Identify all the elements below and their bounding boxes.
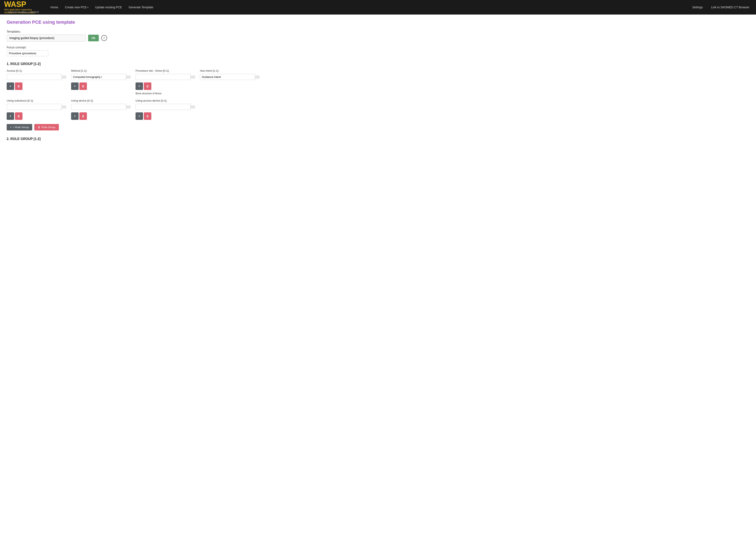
field-access-btns: + 🗑 bbox=[7, 83, 66, 90]
role-group-1-actions: + + Role Group 🗑 Role Group bbox=[7, 124, 259, 130]
info-icon[interactable]: i bbox=[101, 35, 107, 41]
trash-icon: 🗑 bbox=[38, 126, 40, 129]
field-using-device-add-btn[interactable]: + bbox=[71, 113, 79, 120]
role-group-1: 1. ROLE GROUP [1-2] Access [0-1]: + 🗑 Me… bbox=[7, 62, 259, 130]
nav-link-snomed[interactable]: Link to SNOMED CT Browser bbox=[709, 4, 752, 11]
field-has-intent-label: Has intent [1-1]: bbox=[200, 69, 259, 72]
field-using-substance-btns: + 🗑 bbox=[7, 113, 66, 120]
field-using-substance-input-row bbox=[7, 104, 66, 110]
del-role-group-label: Role Group bbox=[41, 126, 55, 129]
ok-button[interactable]: Ok bbox=[88, 35, 99, 41]
field-has-intent-input[interactable] bbox=[200, 74, 255, 80]
main-content: Generation PCE using template Templates:… bbox=[0, 14, 266, 149]
templates-section: Templates: Ok i bbox=[7, 30, 259, 41]
nav-update-pce[interactable]: Update existing PCE bbox=[93, 4, 124, 11]
templates-input[interactable] bbox=[7, 35, 86, 41]
field-using-device-btns: + 🗑 bbox=[71, 113, 130, 120]
field-procedure-site-del-btn[interactable]: 🗑 bbox=[144, 83, 151, 90]
field-access-del-btn[interactable]: 🗑 bbox=[15, 83, 22, 90]
field-using-substance-input[interactable] bbox=[7, 104, 62, 110]
field-method-input[interactable] bbox=[71, 74, 126, 80]
field-access-label: Access [0-1]: bbox=[7, 69, 66, 72]
brand-wrap: WASP Web application supporting SNOMED C… bbox=[4, 1, 42, 14]
field-using-substance-label: Using substance [0-1]: bbox=[7, 99, 66, 102]
nav-generate-template[interactable]: Generate Template bbox=[126, 4, 156, 11]
nav-home[interactable]: Home bbox=[48, 4, 61, 11]
plus-icon: + bbox=[10, 126, 12, 129]
field-using-access-device-add-btn[interactable]: + bbox=[136, 113, 143, 120]
brand-edition: International edition — 20220930 bbox=[8, 11, 39, 13]
field-method-del-btn[interactable]: 🗑 bbox=[79, 83, 87, 90]
field-using-access-device-btn[interactable] bbox=[191, 106, 195, 109]
field-method: Method [1-1]: + 🗑 bbox=[71, 69, 130, 95]
page-title: Generation PCE using template bbox=[7, 19, 259, 25]
field-procedure-site-value: Bone structure of femur bbox=[136, 92, 195, 95]
field-method-add-btn[interactable]: + bbox=[71, 83, 79, 90]
templates-row: Ok i bbox=[7, 35, 259, 41]
field-access-btn[interactable] bbox=[62, 76, 66, 79]
nav-create-pce[interactable]: Create new PCE ▾ bbox=[62, 4, 91, 11]
field-access-input[interactable] bbox=[7, 74, 62, 80]
role-group-1-row1: Access [0-1]: + 🗑 Method [1-1]: bbox=[7, 69, 259, 95]
field-access: Access [0-1]: + 🗑 bbox=[7, 69, 66, 95]
templates-label: Templates: bbox=[7, 30, 259, 33]
field-using-substance-btn[interactable] bbox=[62, 106, 66, 109]
empty-col bbox=[200, 99, 259, 120]
nav-links: Home Create new PCE ▾ Update existing PC… bbox=[48, 4, 690, 11]
field-using-access-device-input[interactable] bbox=[136, 104, 191, 110]
field-has-intent-input-row bbox=[200, 74, 259, 80]
field-procedure-site-input-row bbox=[136, 74, 195, 80]
field-using-device-label: Using device [0-1]: bbox=[71, 99, 130, 102]
navbar: WASP Web application supporting SNOMED C… bbox=[0, 0, 756, 14]
field-using-substance-del-btn[interactable]: 🗑 bbox=[15, 113, 22, 120]
field-has-intent: Has intent [1-1]: bbox=[200, 69, 259, 95]
field-procedure-site-label: Procedure site - Direct [0-1]: bbox=[136, 69, 195, 72]
field-procedure-site-btns: + 🗑 bbox=[136, 83, 195, 90]
del-role-group-btn[interactable]: 🗑 Role Group bbox=[34, 124, 59, 130]
field-using-device-btn[interactable] bbox=[126, 106, 130, 109]
add-role-group-btn[interactable]: + + Role Group bbox=[7, 124, 32, 130]
field-procedure-site-input[interactable] bbox=[136, 74, 191, 80]
field-method-input-row bbox=[71, 74, 130, 80]
field-method-label: Method [1-1]: bbox=[71, 69, 130, 72]
field-using-substance-add-btn[interactable]: + bbox=[7, 113, 14, 120]
nav-settings[interactable]: Settings bbox=[690, 4, 705, 11]
field-method-btn[interactable] bbox=[126, 76, 130, 79]
brand-name: WASP bbox=[4, 1, 36, 8]
field-using-access-device-btns: + 🗑 bbox=[136, 113, 195, 120]
field-method-btns: + 🗑 bbox=[71, 83, 130, 90]
field-procedure-site-btn[interactable] bbox=[191, 76, 195, 79]
nav-right: Settings Link to SNOMED CT Browser bbox=[690, 4, 752, 11]
field-access-add-btn[interactable]: + bbox=[7, 83, 14, 90]
field-has-intent-btn[interactable] bbox=[255, 76, 259, 79]
field-using-substance: Using substance [0-1]: + 🗑 bbox=[7, 99, 66, 120]
field-using-access-device-del-btn[interactable]: 🗑 bbox=[144, 113, 151, 120]
field-access-input-row bbox=[7, 74, 66, 80]
focus-input[interactable] bbox=[7, 50, 48, 56]
field-using-access-device-input-row bbox=[136, 104, 195, 110]
field-procedure-site-add-btn[interactable]: + bbox=[136, 83, 143, 90]
field-procedure-site: Procedure site - Direct [0-1]: + 🗑 Bone … bbox=[136, 69, 195, 95]
field-using-device-input-row bbox=[71, 104, 130, 110]
field-using-device-del-btn[interactable]: 🗑 bbox=[79, 113, 87, 120]
chevron-down-icon: ▾ bbox=[87, 6, 88, 9]
field-using-device-input[interactable] bbox=[71, 104, 126, 110]
role-group-2-header: 2. ROLE GROUP [1-2] bbox=[7, 137, 259, 141]
role-group-1-header: 1. ROLE GROUP [1-2] bbox=[7, 62, 259, 66]
focus-section: Focus concept: bbox=[7, 46, 259, 56]
field-using-access-device: Using access device [0-1]: + 🗑 bbox=[136, 99, 195, 120]
focus-label: Focus concept: bbox=[7, 46, 259, 49]
field-using-access-device-label: Using access device [0-1]: bbox=[136, 99, 195, 102]
field-using-device: Using device [0-1]: + 🗑 bbox=[71, 99, 130, 120]
add-role-group-label: + Role Group bbox=[13, 126, 29, 129]
role-group-1-row2: Using substance [0-1]: + 🗑 Using device … bbox=[7, 99, 259, 120]
